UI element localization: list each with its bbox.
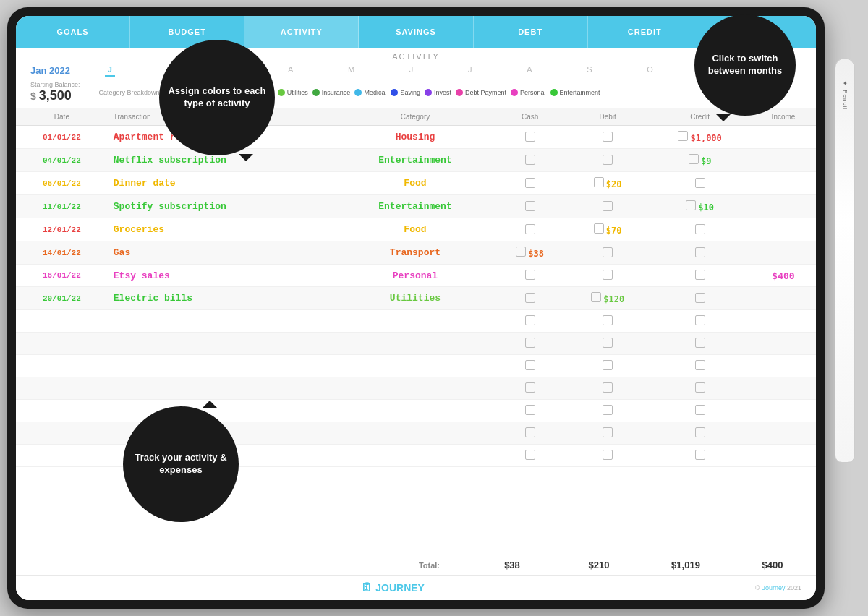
cat-saving: Saving (391, 89, 420, 96)
cash-checkbox[interactable] (525, 450, 535, 460)
cell-credit[interactable]: $10 (649, 195, 751, 218)
cell-cash[interactable] (493, 172, 566, 195)
debit-checkbox[interactable] (603, 155, 613, 165)
credit-checkbox[interactable] (695, 338, 705, 348)
debit-checkbox[interactable] (591, 292, 601, 302)
bubble-months: Click to switch between months (694, 14, 796, 116)
cash-checkbox[interactable] (525, 315, 535, 325)
credit-checkbox[interactable] (678, 131, 688, 141)
cat-invest: Invest (425, 89, 451, 96)
cash-checkbox[interactable] (525, 224, 535, 234)
credit-checkbox[interactable] (686, 200, 696, 210)
cash-checkbox[interactable] (516, 247, 526, 257)
debit-checkbox[interactable] (603, 247, 613, 257)
debit-checkbox[interactable] (594, 223, 604, 234)
credit-checkbox[interactable] (695, 247, 705, 257)
credit-checkbox[interactable] (695, 382, 705, 393)
debit-checkbox[interactable] (603, 427, 613, 437)
total-income: $400 (744, 560, 801, 570)
cell-debit[interactable] (566, 195, 649, 218)
cell-cash[interactable] (493, 195, 566, 218)
cash-checkbox[interactable] (525, 155, 535, 165)
cell-cash[interactable] (493, 126, 566, 149)
cell-debit[interactable]: $20 (566, 172, 649, 195)
debit-checkbox[interactable] (603, 382, 613, 393)
cat-medical: Medical (354, 89, 386, 96)
credit-checkbox[interactable] (689, 154, 699, 164)
debit-checkbox[interactable] (603, 201, 613, 211)
cash-checkbox[interactable] (525, 360, 535, 370)
cell-category: Entertainment (337, 195, 493, 218)
cell-debit[interactable] (566, 126, 649, 149)
month-may[interactable]: M (345, 64, 357, 77)
debit-checkbox[interactable] (603, 315, 613, 325)
total-debit: $210 (570, 560, 628, 570)
cell-cash[interactable] (493, 149, 566, 172)
cell-transaction: Gas (108, 241, 337, 265)
ipad-screen: GOALS BUDGET ACTIVITY SAVINGS DEBT CREDI… (16, 16, 816, 600)
tab-activity[interactable]: ACTIVITY (244, 16, 359, 48)
table-row-empty (16, 355, 816, 377)
credit-checkbox[interactable] (695, 224, 705, 234)
balance-value: $ 3,500 (30, 88, 80, 103)
debit-checkbox[interactable] (603, 405, 613, 415)
cell-transaction: Spotify subscription (108, 195, 337, 218)
debit-checkbox[interactable] (603, 338, 613, 348)
debit-checkbox[interactable] (603, 360, 613, 370)
cell-debit[interactable] (566, 241, 649, 265)
cell-cash[interactable]: $38 (493, 241, 566, 265)
month-jul[interactable]: J (465, 64, 475, 77)
cell-debit[interactable] (566, 149, 649, 172)
cell-cash[interactable] (493, 265, 566, 287)
cat-utilities: Utilities (278, 89, 308, 96)
tab-credit[interactable]: CREDIT (588, 16, 702, 48)
tab-debt[interactable]: DEBT (474, 16, 588, 48)
tab-savings[interactable]: SAVINGS (359, 16, 473, 48)
credit-checkbox[interactable] (695, 405, 705, 415)
table-row-empty (16, 400, 816, 422)
debit-checkbox[interactable] (594, 177, 604, 187)
cell-cash[interactable] (493, 218, 566, 241)
col-debit: Debit (566, 108, 649, 126)
cash-checkbox[interactable] (525, 427, 535, 437)
month-apr[interactable]: A (285, 64, 296, 77)
cash-checkbox[interactable] (525, 270, 535, 280)
cell-debit[interactable]: $120 (566, 287, 649, 310)
month-jan[interactable]: J (105, 64, 115, 77)
cash-checkbox[interactable] (525, 382, 535, 393)
balance-label: Starting Balance: (30, 81, 80, 88)
cell-credit[interactable]: $1,000 (649, 126, 751, 149)
credit-checkbox[interactable] (695, 315, 705, 325)
credit-checkbox[interactable] (695, 427, 705, 437)
cell-credit[interactable] (649, 265, 751, 287)
credit-checkbox[interactable] (695, 360, 705, 370)
cell-credit[interactable] (649, 172, 751, 195)
month-aug[interactable]: A (524, 64, 535, 77)
cell-category: Utilities (337, 287, 493, 310)
cash-checkbox[interactable] (525, 132, 535, 142)
credit-checkbox[interactable] (695, 178, 705, 188)
month-jun[interactable]: J (407, 64, 417, 77)
debit-checkbox[interactable] (603, 270, 613, 280)
cell-credit[interactable] (649, 241, 751, 265)
tab-goals[interactable]: GOALS (16, 16, 130, 48)
cell-credit[interactable]: $9 (649, 149, 751, 172)
cash-checkbox[interactable] (525, 293, 535, 303)
cash-checkbox[interactable] (525, 405, 535, 415)
month-sep[interactable]: S (584, 64, 595, 77)
debit-checkbox[interactable] (603, 132, 613, 142)
credit-checkbox[interactable] (695, 270, 705, 280)
credit-checkbox[interactable] (695, 450, 705, 460)
debit-checkbox[interactable] (603, 450, 613, 460)
cash-checkbox[interactable] (525, 338, 535, 348)
month-oct[interactable]: O (644, 64, 656, 77)
cash-checkbox[interactable] (525, 201, 535, 211)
cell-credit[interactable] (649, 287, 751, 310)
cell-cash[interactable] (493, 287, 566, 310)
pencil-logo: ✦ Pencil (842, 80, 848, 110)
cell-credit[interactable] (649, 218, 751, 241)
cell-debit[interactable] (566, 265, 649, 287)
cell-debit[interactable]: $70 (566, 218, 649, 241)
cash-checkbox[interactable] (525, 178, 535, 188)
credit-checkbox[interactable] (695, 293, 705, 303)
